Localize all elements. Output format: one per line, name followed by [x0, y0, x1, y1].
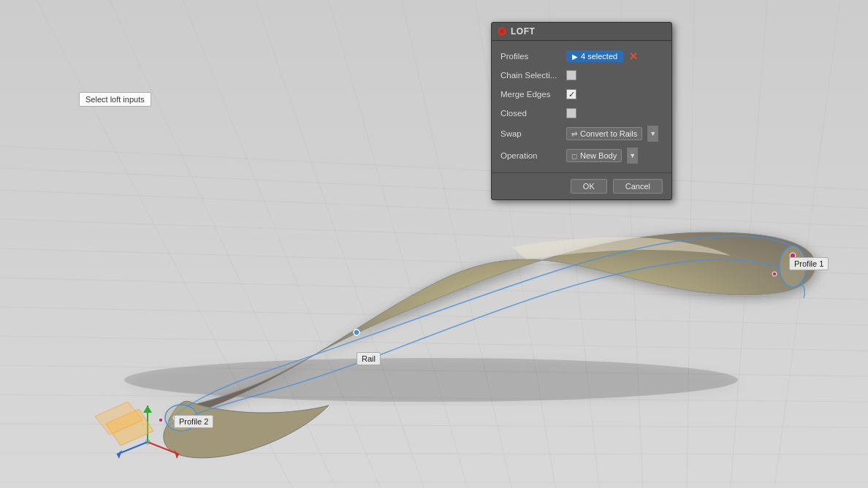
- operation-label: Operation: [500, 151, 566, 160]
- dialog-body: Profiles ▶ 4 selected ✕ Chain Selecti...…: [492, 41, 671, 172]
- profiles-row: Profiles ▶ 4 selected ✕: [492, 47, 671, 66]
- cursor-icon: ▶: [572, 53, 578, 61]
- profile1-label: Profile 1: [789, 257, 829, 270]
- merge-edges-row: Merge Edges ✓: [492, 85, 671, 104]
- body-icon: ◻: [571, 152, 577, 160]
- operation-value: New Body: [580, 151, 617, 160]
- swap-label: Swap: [500, 129, 566, 138]
- operation-control: ◻ New Body ▼: [566, 148, 663, 164]
- swap-icon: ⇄: [571, 130, 577, 138]
- profiles-control: ▶ 4 selected ✕: [566, 50, 663, 62]
- swap-control: ⇄ Convert to Rails ▼: [566, 126, 663, 142]
- checkmark-icon: ✓: [568, 90, 575, 99]
- viewport[interactable]: Select loft inputs Profile 1 Profile 2 R…: [0, 0, 868, 488]
- operation-dropdown[interactable]: ◻ New Body: [566, 149, 622, 162]
- merge-edges-control: ✓: [566, 89, 663, 99]
- svg-point-26: [124, 358, 738, 402]
- operation-dropdown-arrow[interactable]: ▼: [626, 148, 638, 164]
- profile2-label: Profile 2: [174, 415, 213, 428]
- closed-label: Closed: [500, 109, 566, 118]
- tooltip-text: Select loft inputs: [85, 95, 145, 104]
- cancel-button[interactable]: Cancel: [613, 179, 663, 194]
- closed-row: Closed: [492, 104, 671, 123]
- merge-edges-checkbox[interactable]: ✓: [566, 89, 576, 99]
- closed-control: [566, 108, 663, 118]
- merge-edges-label: Merge Edges: [500, 90, 566, 99]
- svg-point-33: [354, 329, 359, 335]
- viewport-tooltip: Select loft inputs: [79, 92, 151, 107]
- dialog-close-button[interactable]: ✕: [498, 27, 506, 36]
- dialog-titlebar: ✕ LOFT: [492, 23, 671, 41]
- badge-text: 4 selected: [581, 52, 617, 61]
- swap-value: Convert to Rails: [580, 129, 637, 138]
- swap-row: Swap ⇄ Convert to Rails ▼: [492, 123, 671, 145]
- rail-label: Rail: [357, 352, 381, 365]
- svg-point-32: [159, 418, 163, 422]
- swap-dropdown-arrow[interactable]: ▼: [647, 126, 658, 142]
- chain-selection-control: [566, 70, 663, 80]
- ok-button[interactable]: OK: [571, 179, 607, 194]
- operation-row: Operation ◻ New Body ▼: [492, 145, 671, 167]
- swap-dropdown[interactable]: ⇄ Convert to Rails: [566, 127, 642, 140]
- profiles-delete-button[interactable]: ✕: [629, 50, 638, 62]
- chain-selection-label: Chain Selecti...: [500, 71, 566, 80]
- dialog-buttons: OK Cancel: [492, 172, 671, 199]
- loft-dialog: ✕ LOFT Profiles ▶ 4 selected ✕ Chain Sel…: [491, 22, 672, 200]
- closed-checkbox[interactable]: [566, 108, 576, 118]
- profiles-label: Profiles: [500, 52, 566, 61]
- svg-point-29: [772, 272, 777, 276]
- chain-selection-checkbox[interactable]: [566, 70, 576, 80]
- dialog-title: LOFT: [511, 26, 535, 37]
- chain-selection-row: Chain Selecti...: [492, 66, 671, 85]
- profiles-selected-badge[interactable]: ▶ 4 selected: [566, 50, 623, 62]
